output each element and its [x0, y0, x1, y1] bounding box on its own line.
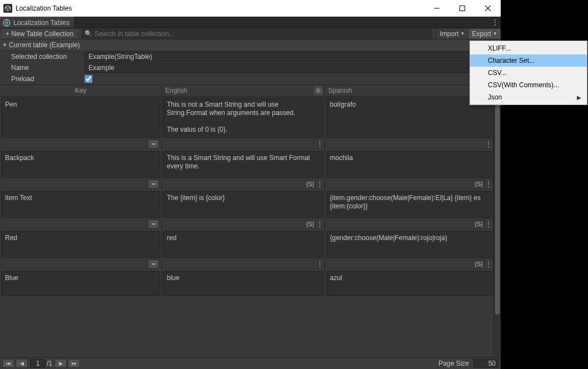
- vertical-scrollbar[interactable]: [493, 97, 501, 357]
- remove-entry-button[interactable]: −: [148, 139, 159, 148]
- next-page-button[interactable]: ▶: [55, 359, 67, 368]
- key-cell: Item Text −: [0, 190, 162, 230]
- export-menu-csv-comments[interactable]: CSV(With Comments)...: [470, 79, 587, 91]
- column-header-english-label: English: [165, 87, 187, 94]
- key-under: −: [1, 179, 160, 189]
- key-under: −: [1, 259, 160, 269]
- svg-rect-0: [460, 6, 465, 11]
- localization-window: Localization Tables Localization Tables …: [0, 0, 501, 369]
- selected-collection-value: Example(StringTable): [88, 53, 152, 61]
- selected-collection-label: Selected collection: [11, 53, 85, 61]
- english-cell: red ⋮: [162, 230, 325, 270]
- name-input[interactable]: Example: [85, 63, 498, 73]
- column-header-key[interactable]: Key: [0, 85, 162, 96]
- prev-page-button[interactable]: ◀: [16, 359, 28, 368]
- tab-label: Localization Tables: [13, 19, 70, 27]
- tab-menu-button[interactable]: ⋮: [490, 17, 501, 28]
- app-icon: [3, 4, 12, 13]
- english-input[interactable]: red: [163, 231, 323, 258]
- cell-menu-button[interactable]: ⋮: [485, 140, 491, 148]
- export-menu-csv[interactable]: CSV...: [470, 67, 587, 79]
- spanish-cell: {item.gender:choose(Male|Female):El|La} …: [325, 190, 493, 230]
- search-input[interactable]: [95, 30, 429, 38]
- cell-menu-button[interactable]: ⋮: [485, 180, 491, 188]
- table-row: Pen − This is not a Smart String and wil…: [0, 97, 493, 150]
- key-input[interactable]: Backpack: [1, 151, 160, 178]
- key-under: −: [1, 219, 160, 229]
- spanish-input[interactable]: {item.gender:choose(Male|Female):El|La} …: [326, 191, 492, 218]
- english-under: ⋮: [163, 139, 323, 149]
- smart-tag[interactable]: {S}: [475, 221, 483, 227]
- english-under: ⋮: [163, 259, 323, 269]
- spanish-input[interactable]: {gender:choose(Male|Female):rojo|roja}: [326, 231, 492, 258]
- export-menu-character-set[interactable]: Character Set...: [470, 54, 587, 67]
- spanish-input[interactable]: azul: [326, 271, 492, 296]
- key-cell: Pen −: [0, 97, 162, 150]
- current-table-title: Current table (Example): [9, 41, 80, 49]
- menu-item-label: CSV...: [488, 69, 507, 77]
- cell-menu-button[interactable]: ⋮: [317, 180, 322, 188]
- cell-menu-button[interactable]: ⋮: [485, 220, 491, 228]
- english-input[interactable]: This is not a Smart String and will use …: [163, 98, 323, 138]
- export-menu-json[interactable]: Json▶: [470, 91, 587, 103]
- smart-tag[interactable]: {S}: [306, 181, 314, 187]
- caret-down-icon: ▼: [493, 31, 497, 36]
- cell-menu-button[interactable]: ⋮: [317, 140, 322, 148]
- scrollbar-thumb[interactable]: [495, 98, 500, 315]
- close-button[interactable]: [475, 0, 501, 17]
- export-menu-xliff[interactable]: XLIFF...: [470, 42, 587, 54]
- cell-menu-button[interactable]: ⋮: [317, 220, 322, 228]
- cell-menu-button[interactable]: ⋮: [485, 260, 491, 268]
- last-page-button[interactable]: ⏭: [68, 359, 80, 368]
- column-settings-button[interactable]: [313, 86, 323, 96]
- new-table-collection-button[interactable]: + New Table Collection: [1, 29, 78, 39]
- selected-collection-dropdown[interactable]: Example(StringTable): [85, 52, 498, 62]
- column-header-english[interactable]: English: [162, 85, 325, 96]
- english-input[interactable]: The {item} is {color}: [163, 191, 323, 218]
- english-input[interactable]: blue: [163, 271, 323, 296]
- search-box[interactable]: 🔍: [81, 29, 432, 39]
- english-input[interactable]: This is a Smart String and will use Smar…: [163, 151, 323, 178]
- spanish-cell: azul: [325, 270, 493, 297]
- spanish-cell: bolígrafo ⋮: [325, 97, 493, 150]
- page-number-input[interactable]: 1: [30, 359, 46, 368]
- cell-menu-button[interactable]: ⋮: [317, 260, 322, 268]
- smart-tag[interactable]: {S}: [306, 221, 314, 227]
- maximize-button[interactable]: [449, 0, 475, 17]
- smart-tag[interactable]: {S}: [475, 261, 483, 267]
- preload-checkbox[interactable]: [85, 75, 92, 83]
- preload-label: Preload: [11, 75, 85, 83]
- svg-point-2: [317, 89, 320, 92]
- table-row: Red − red ⋮ {gender:choose(Male|Female):…: [0, 230, 493, 270]
- key-input[interactable]: Item Text: [1, 191, 160, 218]
- smart-tag[interactable]: {S}: [475, 181, 483, 187]
- english-under: {S}⋮: [163, 179, 323, 189]
- menu-item-label: XLIFF...: [488, 44, 511, 52]
- tab-bar: Localization Tables ⋮: [0, 17, 501, 28]
- minimize-button[interactable]: [424, 0, 449, 17]
- key-cell: Backpack −: [0, 150, 162, 190]
- remove-entry-button[interactable]: −: [148, 220, 159, 228]
- spanish-under: {S}⋮: [326, 259, 492, 269]
- spanish-input[interactable]: mochila: [326, 151, 492, 178]
- remove-entry-button[interactable]: −: [148, 179, 159, 188]
- english-cell: This is a Smart String and will use Smar…: [162, 150, 325, 190]
- page-total: /1: [47, 360, 52, 367]
- table-row: Backpack − This is a Smart String and wi…: [0, 150, 493, 190]
- key-input[interactable]: Blue: [1, 271, 160, 296]
- menu-item-label: CSV(With Comments)...: [488, 81, 559, 89]
- page-size-input[interactable]: 50: [473, 359, 498, 368]
- english-cell: This is not a Smart String and will use …: [162, 97, 325, 150]
- current-table-header[interactable]: ▼ Current table (Example): [0, 39, 501, 51]
- tab-localization-tables[interactable]: Localization Tables: [0, 17, 75, 28]
- export-dropdown[interactable]: Export▼: [468, 29, 501, 39]
- first-page-button[interactable]: ⏮: [2, 359, 14, 368]
- key-input[interactable]: Red: [1, 231, 160, 258]
- spanish-input[interactable]: bolígrafo: [326, 98, 492, 138]
- export-menu: XLIFF... Character Set... CSV... CSV(Wit…: [470, 41, 587, 105]
- spanish-under: {S}⋮: [326, 219, 492, 229]
- table-row: Blue blue azul: [0, 270, 493, 297]
- key-input[interactable]: Pen: [1, 98, 160, 138]
- import-dropdown[interactable]: Import▼: [436, 29, 468, 39]
- remove-entry-button[interactable]: −: [148, 260, 159, 268]
